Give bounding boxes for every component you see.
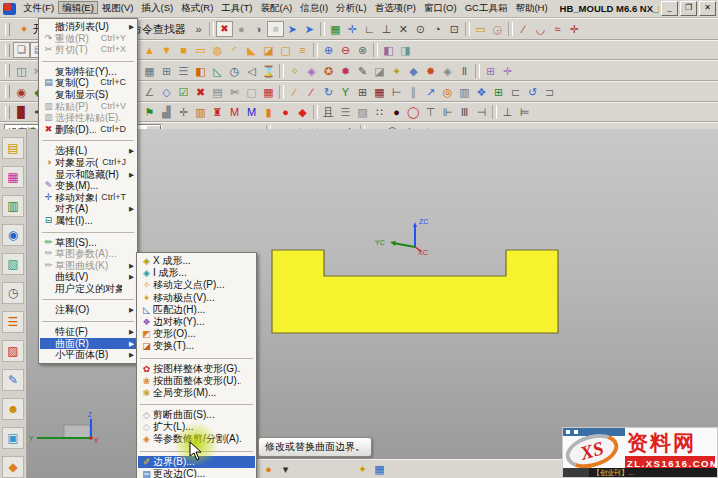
dark-ball-icon[interactable]: ●	[388, 104, 405, 120]
dots-icon[interactable]: ∷	[371, 104, 388, 120]
badge-icon[interactable]: ✪	[320, 63, 337, 79]
red-grid-icon[interactable]: ▦	[260, 84, 277, 100]
flag-icon[interactable]: ⚑	[141, 104, 158, 120]
ramp-icon[interactable]: ▟	[158, 104, 175, 120]
wcs-triad[interactable]: ZC YC XC	[375, 218, 428, 256]
shell-icon[interactable]: ▢	[277, 42, 294, 58]
hourglass-icon[interactable]: ⌛	[260, 63, 277, 79]
stretch-icon[interactable]: ✛	[499, 63, 516, 79]
star-icon[interactable]: ✦	[388, 63, 405, 79]
nodes-icon[interactable]: ❖	[473, 84, 490, 100]
edit-menu-item-feature[interactable]: 特征(F)▶	[40, 326, 136, 338]
crate-icon[interactable]: ▥	[192, 104, 209, 120]
delete-object-icon[interactable]: ✖	[192, 84, 209, 100]
surface-menu-item-deform[interactable]: ◩变形(O)...	[138, 328, 255, 340]
check-icon[interactable]: ☑	[175, 84, 192, 100]
intersect-icon[interactable]: ⊗	[354, 42, 371, 58]
mold-base-icon[interactable]: 且	[320, 104, 337, 120]
triangle-icon[interactable]: ◺	[209, 63, 226, 79]
tower-icon[interactable]: ♜	[209, 104, 226, 120]
snap-center-icon[interactable]: ⊙	[412, 21, 429, 37]
surface-menu-item-x-form[interactable]: ◈X 成形...	[138, 255, 255, 267]
sparkle-icon[interactable]: ✦	[354, 461, 371, 477]
toolbar-grip[interactable]	[5, 85, 10, 98]
spark-icon[interactable]: ✸	[422, 63, 439, 79]
menubar-item-8[interactable]: 分析(L)	[332, 1, 371, 14]
menubar-item-1[interactable]: 编辑(E)	[58, 1, 98, 14]
angle-icon[interactable]: ∠	[141, 84, 158, 100]
menubar-item-0[interactable]: 文件(F)	[19, 1, 58, 14]
part-navigator-icon[interactable]: ▥	[2, 195, 24, 217]
up-tack-icon[interactable]: ⊥	[499, 104, 516, 120]
menubar-item-3[interactable]: 插入(S)	[137, 1, 177, 14]
bracket-open-icon[interactable]: ⊏	[507, 84, 524, 100]
split-view-icon[interactable]: ◫	[13, 63, 30, 79]
undo-curve-icon[interactable]: ↺	[524, 84, 541, 100]
diamond-red-icon[interactable]: ◆	[294, 104, 311, 120]
green-grid-icon[interactable]: ⊞	[490, 84, 507, 100]
line-tool-icon[interactable]: ∕	[515, 21, 532, 37]
sheets-icon[interactable]: ▤	[209, 84, 226, 100]
restore-button[interactable]: ❐	[680, 1, 697, 16]
toolbar-grip[interactable]	[5, 106, 10, 119]
snap-onface-icon[interactable]: ⊡	[446, 21, 463, 37]
m-red-icon[interactable]: M	[226, 104, 243, 120]
edit-menu-item-sketch[interactable]: ✏草图(S)...	[40, 237, 136, 249]
unite-icon[interactable]: ⊕	[320, 42, 337, 58]
edit-menu-item-select[interactable]: 选择(L)▶	[40, 145, 136, 157]
assembly-navigator-icon[interactable]: ▤	[2, 137, 24, 159]
surface-menu-item-i-form[interactable]: ◈I 成形...	[138, 267, 255, 279]
orient-next-icon[interactable]: ➤	[284, 21, 301, 37]
blue-grid-icon[interactable]: ▦	[371, 461, 388, 477]
shaded-view-icon[interactable]: ●	[233, 21, 250, 37]
surface-menu-item-global-deformation[interactable]: ❃全局变形(M)...	[138, 387, 255, 399]
edit-menu-item-transform[interactable]: ✎变换(M)...	[40, 180, 136, 192]
move-handle-icon[interactable]: ✛	[344, 21, 361, 37]
ring-icon[interactable]: ◯	[405, 104, 422, 120]
branch-icon[interactable]: Y	[337, 84, 354, 100]
edit-menu-item-copy-feature[interactable]: 复制特征(Y)...	[40, 66, 136, 78]
m-blue-icon[interactable]: M	[243, 104, 260, 120]
column-icon[interactable]: Ⅱ	[456, 63, 473, 79]
scene-icon[interactable]: ▣	[2, 427, 24, 449]
edit-menu-item-move-object[interactable]: ✛移动对象(O)...Ctrl+T	[40, 192, 136, 204]
pen-icon[interactable]: ✎	[354, 63, 371, 79]
calc-icon[interactable]: ▦	[141, 63, 158, 79]
line-orange-icon[interactable]: ∕	[286, 84, 303, 100]
face-edit-icon[interactable]: ◪	[371, 63, 388, 79]
tee-icon[interactable]: ⊤	[422, 104, 439, 120]
menubar-item-11[interactable]: GC工具箱	[461, 1, 512, 14]
list-icon[interactable]: ☰	[175, 63, 192, 79]
target-point-icon[interactable]: ◉	[13, 84, 30, 100]
subtract-icon[interactable]: ⊖	[337, 42, 354, 58]
surface-menu-item-move-defining-point[interactable]: ✧移动定义点(P)...	[138, 279, 255, 291]
edit-menu-item-object-display[interactable]: ◑对象显示(J)...Ctrl+J	[40, 157, 136, 169]
close-button[interactable]: ✕	[699, 1, 716, 16]
menubar-item-9[interactable]: 首选项(P)	[371, 1, 420, 14]
close-view-icon[interactable]: ✖	[216, 21, 233, 37]
film-icon[interactable]: ▥	[456, 84, 473, 100]
surface-menu-item-global-shaping-surface[interactable]: ❀按曲面整体变形(U)...	[138, 375, 255, 387]
history-icon[interactable]: ◷	[2, 282, 24, 304]
left-tack-icon[interactable]: ⊣	[473, 104, 490, 120]
snap-midpoint-icon[interactable]: ⊥	[378, 21, 395, 37]
patch-icon[interactable]: ◈	[303, 63, 320, 79]
burst-icon[interactable]: ✹	[337, 63, 354, 79]
reuse-library-icon[interactable]: ▧	[2, 253, 24, 275]
snap-quadrant-icon[interactable]: ◔	[429, 21, 446, 37]
angle-measure-icon[interactable]: ◶	[489, 21, 506, 37]
palette-icon[interactable]: ▨	[2, 340, 24, 362]
grid-icon[interactable]: ⊞	[158, 63, 175, 79]
thread-icon[interactable]: ≡	[294, 42, 311, 58]
boss-icon[interactable]: ▲	[141, 42, 158, 58]
toolbar-grip[interactable]	[5, 44, 10, 57]
line-red-icon[interactable]: ∕	[303, 84, 320, 100]
process-navigator-icon[interactable]: ☰	[2, 311, 24, 333]
surface-menu-item-change-edge[interactable]: ▤更改边(C)...	[138, 468, 255, 478]
parallel-icon[interactable]: ∥	[405, 84, 422, 100]
diamond-blue-icon[interactable]: ◇	[158, 84, 175, 100]
trimmed-body-icon[interactable]: ◪	[260, 42, 277, 58]
help-icon[interactable]: ◆	[2, 456, 24, 478]
surface-menu-item-match-edge[interactable]: ◺匹配边(H)...	[138, 304, 255, 316]
edit-menu-item-sketch-curve[interactable]: ✏草图曲线(K)▶	[40, 260, 136, 272]
